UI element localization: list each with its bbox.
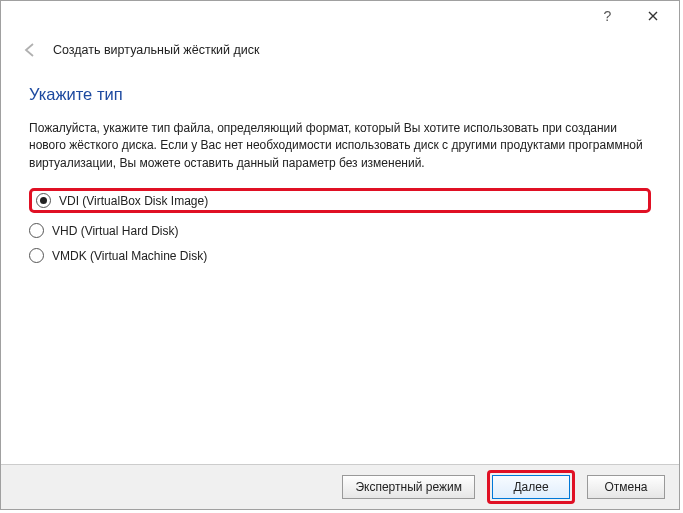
radio-label: VDI (VirtualBox Disk Image) bbox=[59, 194, 208, 208]
section-title: Укажите тип bbox=[29, 85, 651, 104]
radio-label: VHD (Virtual Hard Disk) bbox=[52, 224, 178, 238]
radio-icon bbox=[36, 193, 51, 208]
header-row: Создать виртуальный жёсткий диск bbox=[1, 31, 679, 67]
radio-option-vhd[interactable]: VHD (Virtual Hard Disk) bbox=[29, 223, 651, 238]
titlebar: ? bbox=[1, 1, 679, 31]
content-area: Укажите тип Пожалуйста, укажите тип файл… bbox=[1, 67, 679, 464]
radio-icon bbox=[29, 223, 44, 238]
next-button-highlight: Далее bbox=[487, 470, 575, 504]
radio-label: VMDK (Virtual Machine Disk) bbox=[52, 249, 207, 263]
radio-option-vdi[interactable]: VDI (VirtualBox Disk Image) bbox=[36, 193, 208, 208]
dialog-window: ? Создать виртуальный жёсткий диск Укажи… bbox=[0, 0, 680, 510]
radio-option-vdi-highlight: VDI (VirtualBox Disk Image) bbox=[29, 188, 651, 213]
close-icon bbox=[648, 11, 658, 21]
expert-mode-button[interactable]: Экспертный режим bbox=[342, 475, 475, 499]
close-button[interactable] bbox=[630, 2, 675, 30]
next-button[interactable]: Далее bbox=[492, 475, 570, 499]
radio-option-vmdk[interactable]: VMDK (Virtual Machine Disk) bbox=[29, 248, 651, 263]
description-text: Пожалуйста, укажите тип файла, определяю… bbox=[29, 120, 651, 172]
back-arrow-icon bbox=[22, 42, 38, 58]
help-button[interactable]: ? bbox=[585, 2, 630, 30]
back-button[interactable] bbox=[19, 39, 41, 61]
button-bar: Экспертный режим Далее Отмена bbox=[1, 464, 679, 509]
wizard-title: Создать виртуальный жёсткий диск bbox=[53, 43, 260, 57]
disk-type-radio-group: VDI (VirtualBox Disk Image) VHD (Virtual… bbox=[29, 188, 651, 263]
radio-icon bbox=[29, 248, 44, 263]
cancel-button[interactable]: Отмена bbox=[587, 475, 665, 499]
